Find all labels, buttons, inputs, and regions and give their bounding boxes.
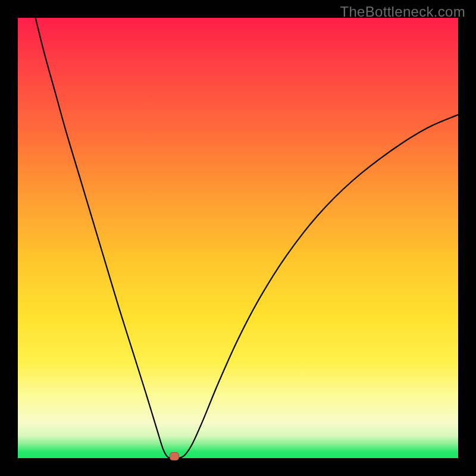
watermark-text: TheBottleneck.com (340, 4, 465, 20)
minimum-point-marker (170, 452, 179, 461)
curve-path (36, 18, 458, 458)
chart-frame: TheBottleneck.com (0, 0, 476, 476)
bottleneck-curve (18, 18, 458, 458)
